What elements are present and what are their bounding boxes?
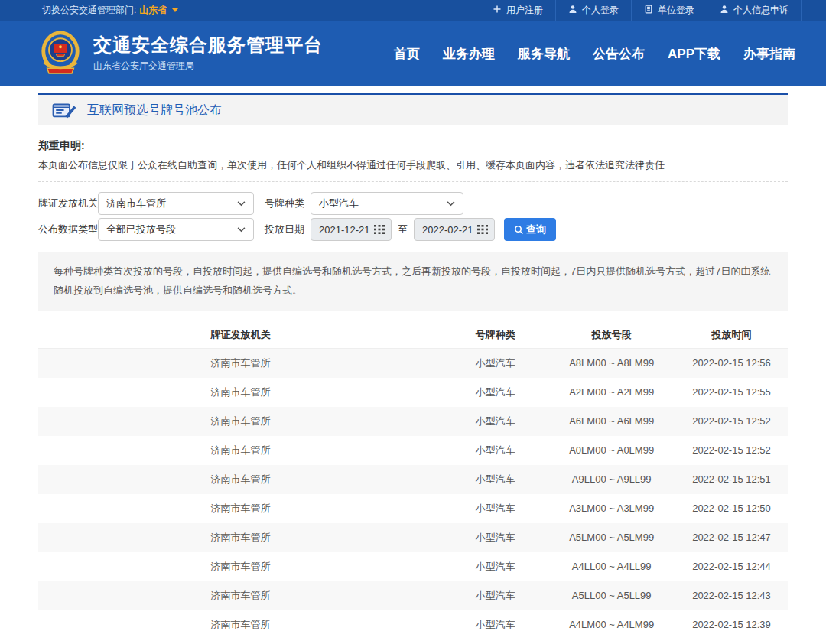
data-type-select[interactable]: 全部已投放号段	[98, 218, 254, 241]
search-button[interactable]: 查询	[504, 218, 556, 241]
building-icon	[644, 5, 653, 16]
main-header: 交通安全综合服务管理平台 山东省公安厅交通管理局 首页 业务办理 服务导航 公告…	[0, 21, 826, 86]
page-title: 互联网预选号牌号池公布	[87, 102, 222, 119]
statement-block: 郑重申明: 本页面公布信息仅限于公众在线自助查询，单次使用，任何个人和组织不得通…	[38, 125, 788, 182]
search-button-label: 查询	[526, 223, 546, 236]
table-cell: 济南市车管所	[38, 610, 443, 639]
date-from-input[interactable]: 2021-12-21	[311, 218, 392, 241]
table-cell: 2022-02-15 12:43	[675, 581, 788, 610]
table-cell: 小型汽车	[443, 378, 548, 407]
table-cell: 小型汽车	[443, 610, 548, 639]
site-title: 交通安全综合服务管理平台	[93, 34, 323, 57]
table-cell: 济南市车管所	[38, 523, 443, 552]
chevron-down-icon	[172, 8, 178, 12]
column-header-issuing-org: 牌证发放机关	[38, 323, 443, 349]
table-row: 济南市车管所小型汽车A6LM00 ~ A6LM992022-02-15 12:5…	[38, 407, 788, 436]
date-to-value: 2022-02-21	[422, 224, 473, 236]
table-cell: 2022-02-15 12:56	[675, 349, 788, 378]
statement-heading: 郑重申明:	[38, 139, 788, 153]
column-header-plate-type: 号牌种类	[443, 323, 548, 349]
chevron-down-icon	[237, 227, 246, 233]
site-subtitle: 山东省公安厅交通管理局	[93, 60, 323, 73]
table-row: 济南市车管所小型汽车A5LL00 ~ A5LL992022-02-15 12:4…	[38, 581, 788, 610]
main-nav: 首页 业务办理 服务导航 公告公布 APP下载 办事指南	[394, 45, 795, 63]
table-cell: 济南市车管所	[38, 378, 443, 407]
table-cell: 小型汽车	[443, 523, 548, 552]
column-header-segment: 投放号段	[548, 323, 675, 349]
personal-login-link-label: 个人登录	[582, 4, 619, 17]
table-cell: A3LM00 ~ A3LM99	[548, 494, 675, 523]
table-row: 济南市车管所小型汽车A3LM00 ~ A3LM992022-02-15 12:5…	[38, 494, 788, 523]
date-from-value: 2021-12-21	[319, 224, 370, 236]
filter-panel: 牌证发放机关 济南市车管所 号牌种类 小型汽车 公布数据类型 全部已投放号段 投…	[38, 192, 788, 241]
page-title-bar: 互联网预选号牌号池公布	[38, 93, 788, 125]
search-icon	[514, 225, 524, 235]
nav-service-guide[interactable]: 服务导航	[518, 45, 570, 63]
table-cell: 2022-02-15 12:50	[675, 494, 788, 523]
plate-type-select[interactable]: 小型汽车	[311, 192, 463, 215]
unit-login-link[interactable]: 单位登录	[631, 0, 707, 21]
table-row: 济南市车管所小型汽车A8LM00 ~ A8LM992022-02-15 12:5…	[38, 349, 788, 378]
nav-app-download[interactable]: APP下载	[668, 45, 720, 63]
table-row: 济南市车管所小型汽车A5LM00 ~ A5LM992022-02-15 12:4…	[38, 523, 788, 552]
calendar-grid-icon	[477, 225, 488, 234]
statement-body: 本页面公布信息仅限于公众在线自助查询，单次使用，任何个人和组织不得通过任何手段爬…	[38, 158, 788, 172]
nav-help-guide[interactable]: 办事指南	[743, 45, 795, 63]
table-cell: 2022-02-15 12:55	[675, 378, 788, 407]
table-cell: 济南市车管所	[38, 581, 443, 610]
register-link-label: 用户注册	[506, 4, 543, 17]
column-header-release-time: 投放时间	[675, 323, 788, 349]
personal-appeal-link[interactable]: 个人信息申诉	[707, 0, 802, 21]
issuing-org-label: 牌证发放机关	[38, 197, 98, 210]
table-cell: A5LL00 ~ A5LL99	[548, 581, 675, 610]
unit-login-link-label: 单位登录	[658, 4, 694, 17]
table-cell: 2022-02-15 12:39	[675, 610, 788, 639]
table-cell: A4LL00 ~ A4LL99	[548, 552, 675, 581]
register-link[interactable]: 用户注册	[480, 0, 555, 21]
plate-type-value: 小型汽车	[319, 197, 359, 210]
table-cell: 2022-02-15 12:47	[675, 523, 788, 552]
table-cell: A9LL00 ~ A9LL99	[548, 465, 675, 494]
table-cell: A6LM00 ~ A6LM99	[548, 407, 675, 436]
table-row: 济南市车管所小型汽车A2LM00 ~ A2LM992022-02-15 12:5…	[38, 378, 788, 407]
release-date-label: 投放日期	[265, 223, 304, 236]
table-cell: A0LM00 ~ A0LM99	[548, 436, 675, 465]
date-to-input[interactable]: 2022-02-21	[414, 218, 495, 241]
data-type-value: 全部已投放号段	[106, 223, 176, 236]
table-cell: 济南市车管所	[38, 494, 443, 523]
region-switcher[interactable]: 切换公安交通管理部门: 山东省	[42, 4, 178, 17]
table-row: 济南市车管所小型汽车A9LL00 ~ A9LL992022-02-15 12:5…	[38, 465, 788, 494]
table-header-row: 牌证发放机关 号牌种类 投放号段 投放时间	[38, 323, 788, 349]
table-cell: 小型汽车	[443, 436, 548, 465]
table-cell: A8LM00 ~ A8LM99	[548, 349, 675, 378]
table-cell: 小型汽车	[443, 581, 548, 610]
table-cell: 济南市车管所	[38, 552, 443, 581]
region-current: 山东省	[139, 4, 167, 17]
issuing-org-value: 济南市车管所	[106, 197, 166, 210]
table-cell: 小型汽车	[443, 494, 548, 523]
calendar-grid-icon	[374, 225, 385, 234]
person-icon	[568, 5, 577, 16]
nav-business[interactable]: 业务办理	[443, 45, 495, 63]
table-cell: 小型汽车	[443, 407, 548, 436]
person-icon	[720, 5, 729, 16]
table-cell: 济南市车管所	[38, 407, 443, 436]
table-cell: 2022-02-15 12:52	[675, 436, 788, 465]
personal-login-link[interactable]: 个人登录	[555, 0, 631, 21]
plate-pool-table: 牌证发放机关 号牌种类 投放号段 投放时间 济南市车管所小型汽车A8LM00 ~…	[38, 323, 788, 639]
table-cell: A2LM00 ~ A2LM99	[548, 378, 675, 407]
table-cell: 济南市车管所	[38, 349, 443, 378]
table-cell: A4LM00 ~ A4LM99	[548, 610, 675, 639]
table-row: 济南市车管所小型汽车A4LM00 ~ A4LM992022-02-15 12:3…	[38, 610, 788, 639]
topbar: 切换公安交通管理部门: 山东省 用户注册 个人登录 单位登录 个人信息申诉	[0, 0, 826, 21]
issuing-org-select[interactable]: 济南市车管所	[98, 192, 254, 215]
table-cell: 济南市车管所	[38, 465, 443, 494]
plate-type-label: 号牌种类	[265, 197, 304, 210]
nav-home[interactable]: 首页	[394, 45, 420, 63]
topbar-menu: 用户注册 个人登录 单位登录 个人信息申诉	[480, 0, 802, 21]
table-row: 济南市车管所小型汽车A0LM00 ~ A0LM992022-02-15 12:5…	[38, 436, 788, 465]
nav-announcements[interactable]: 公告公布	[593, 45, 645, 63]
table-cell: 2022-02-15 12:52	[675, 407, 788, 436]
data-type-label: 公布数据类型	[38, 223, 98, 236]
date-range-separator: 至	[398, 223, 408, 236]
